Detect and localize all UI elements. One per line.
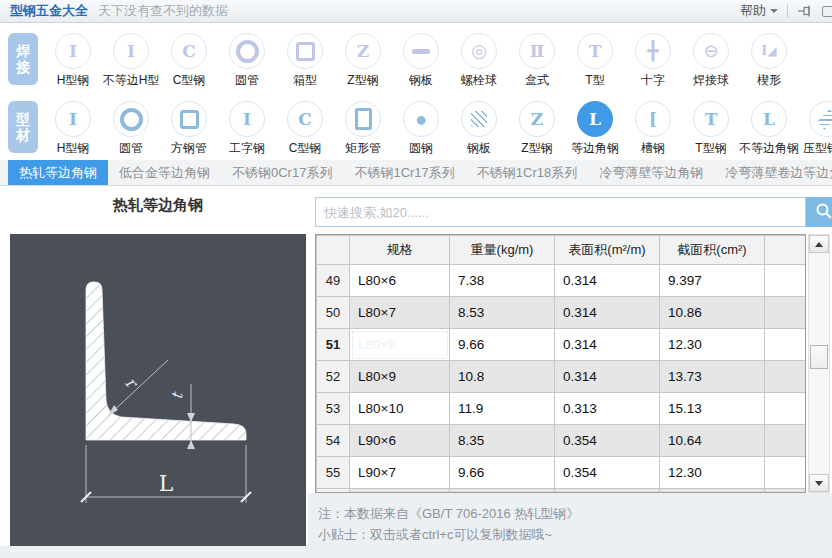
toolbar-item-equal-angle[interactable]: L等边角钢: [566, 101, 624, 157]
table-cell[interactable]: 7.38: [450, 265, 555, 297]
table-cell[interactable]: L80×7: [350, 297, 450, 329]
toolbar-item-box-section[interactable]: 箱型: [276, 33, 334, 89]
table-cell[interactable]: 0.314: [555, 361, 660, 393]
search-input[interactable]: [315, 197, 806, 227]
table-cell[interactable]: 13.73: [660, 361, 765, 393]
table-cell[interactable]: 0.314: [555, 329, 660, 361]
toolbar-item-c-steel[interactable]: CC型钢: [160, 33, 218, 89]
table-cell[interactable]: 0.314: [555, 297, 660, 329]
toolbar-item-t-steel[interactable]: TT型钢: [682, 101, 740, 157]
table-cell[interactable]: L90×6: [350, 425, 450, 457]
table-cell[interactable]: 8.53: [450, 297, 555, 329]
box-type-icon: Ⅱ: [519, 33, 555, 69]
toolbar-item-label: 工字钢: [229, 140, 265, 157]
table-cell[interactable]: L80×9: [350, 361, 450, 393]
table-cell[interactable]: 10.86: [660, 297, 765, 329]
group-label-char: 接: [16, 59, 30, 75]
row-number-cell[interactable]: 55: [317, 457, 350, 489]
toolbar-items: IH型钢I不等边H型CC型钢圆管箱型ZZ型钢钢板◎螺栓球Ⅱ盒式TT型╋十字⊖焊接…: [44, 33, 798, 89]
toolbar-item-unequal-h-beam[interactable]: I不等边H型: [102, 33, 160, 89]
toolbar-item-label: Z型钢: [521, 140, 552, 157]
table-cell[interactable]: 9.397: [660, 265, 765, 297]
scrollbar-thumb[interactable]: [810, 345, 828, 369]
row-number-cell[interactable]: 51: [317, 329, 350, 361]
toolbar-item-round-bar[interactable]: ●圆钢: [392, 101, 450, 157]
table-cell[interactable]: 0.354: [555, 425, 660, 457]
toolbar-item-steel-plate[interactable]: 钢板: [450, 101, 508, 157]
spec-table-container: 规格重量(kg/m)表面积(m²/m)截面积(cm²) 49L80×67.380…: [315, 234, 806, 493]
toolbar-item-welded-ball[interactable]: ⊖焊接球: [682, 33, 740, 89]
glyph: C: [182, 43, 196, 60]
toolbar-item-z-steel[interactable]: ZZ型钢: [508, 101, 566, 157]
toolbar-item-label: 楔形: [757, 72, 781, 89]
search-bar: [315, 197, 832, 227]
c-steel-icon: C: [171, 33, 207, 69]
glyph: ⊖: [703, 42, 718, 60]
tab-7[interactable]: 冷弯薄壁卷边等边角钢: [714, 160, 832, 185]
toolbar-item-round-pipe[interactable]: 圆管: [102, 101, 160, 157]
table-cell[interactable]: L80×8: [350, 329, 450, 361]
toolbar-item-c-steel[interactable]: CC型钢: [276, 101, 334, 157]
toolbar-item-wedge[interactable]: I◢楔形: [740, 33, 798, 89]
toolbar-item-h-beam[interactable]: IH型钢: [44, 33, 102, 89]
search-button[interactable]: [806, 197, 832, 227]
toolbar-item-label: 钢板: [467, 140, 491, 157]
scroll-down-button[interactable]: [809, 474, 829, 492]
row-number-cell[interactable]: 50: [317, 297, 350, 329]
glyph: [817, 109, 832, 130]
tab-1[interactable]: 热轧等边角钢: [8, 160, 108, 185]
scroll-up-button[interactable]: [809, 235, 829, 253]
tab-2[interactable]: 低合金等边角钢: [108, 160, 221, 185]
table-cell[interactable]: 0.354: [555, 457, 660, 489]
pin-icon[interactable]: [797, 4, 813, 18]
toolbar-item-t-section[interactable]: TT型: [566, 33, 624, 89]
table-cell[interactable]: L80×6: [350, 265, 450, 297]
table-cell[interactable]: 12.30: [660, 329, 765, 361]
toolbar-item-steel-plate[interactable]: 钢板: [392, 33, 450, 89]
row-number-cell[interactable]: 54: [317, 425, 350, 457]
toolbar-item-z-steel[interactable]: ZZ型钢: [334, 33, 392, 89]
toolbar-item-square-tube[interactable]: 方钢管: [160, 101, 218, 157]
table-cell[interactable]: L90×7: [350, 457, 450, 489]
angle-profile-svg: r t L: [10, 234, 306, 546]
row-number-cell[interactable]: 53: [317, 393, 350, 425]
row-number-cell[interactable]: 52: [317, 361, 350, 393]
filler-cell: [765, 297, 807, 329]
minimize-icon[interactable]: [822, 6, 832, 17]
column-header-2: 重量(kg/m): [450, 236, 555, 265]
toolbar-item-h-beam[interactable]: IH型钢: [44, 101, 102, 157]
table-scrollbar[interactable]: [808, 234, 830, 493]
table-cell[interactable]: 0.314: [555, 265, 660, 297]
row-number-cell[interactable]: 49: [317, 265, 350, 297]
toolbar-item-i-beam[interactable]: I工字钢: [218, 101, 276, 157]
toolbar-item-box-type[interactable]: Ⅱ盒式: [508, 33, 566, 89]
toolbar-item-bolt-ball[interactable]: ◎螺栓球: [450, 33, 508, 89]
table-cell[interactable]: 9.66: [450, 457, 555, 489]
table-cell[interactable]: 10.64: [660, 425, 765, 457]
table-cell[interactable]: 15.13: [660, 393, 765, 425]
toolbar-item-unequal-angle[interactable]: L不等边角钢: [740, 101, 798, 157]
tab-3[interactable]: 不锈钢0Cr17系列: [221, 160, 343, 185]
toolbar-item-label: 十字: [641, 72, 665, 89]
tab-5[interactable]: 不锈钢1Cr18系列: [466, 160, 588, 185]
toolbar-item-rect-tube[interactable]: 矩形管: [334, 101, 392, 157]
toolbar-item-cross-section[interactable]: ╋十字: [624, 33, 682, 89]
table-cell[interactable]: 12.30: [660, 457, 765, 489]
toolbar-item-profiled-sheet[interactable]: 压型钢板: [798, 101, 832, 157]
table-cell[interactable]: 11.9: [450, 393, 555, 425]
tab-4[interactable]: 不锈钢1Cr17系列: [343, 160, 465, 185]
table-cell[interactable]: 10.8: [450, 361, 555, 393]
table-cell[interactable]: 0.313: [555, 393, 660, 425]
toolbar-item-label: C型钢: [173, 72, 206, 89]
app-title: 型钢五金大全: [10, 2, 88, 20]
unequal-angle-icon: L: [751, 101, 787, 137]
glyph: T: [589, 43, 602, 60]
help-button[interactable]: 帮助: [740, 2, 778, 20]
tab-6[interactable]: 冷弯薄壁等边角钢: [588, 160, 714, 185]
toolbar-item-channel-steel[interactable]: [槽钢: [624, 101, 682, 157]
table-cell[interactable]: 8.35: [450, 425, 555, 457]
table-cell[interactable]: L80×10: [350, 393, 450, 425]
toolbar-item-round-pipe[interactable]: 圆管: [218, 33, 276, 89]
table-cell[interactable]: 9.66: [450, 329, 555, 361]
glyph: I: [69, 43, 77, 60]
